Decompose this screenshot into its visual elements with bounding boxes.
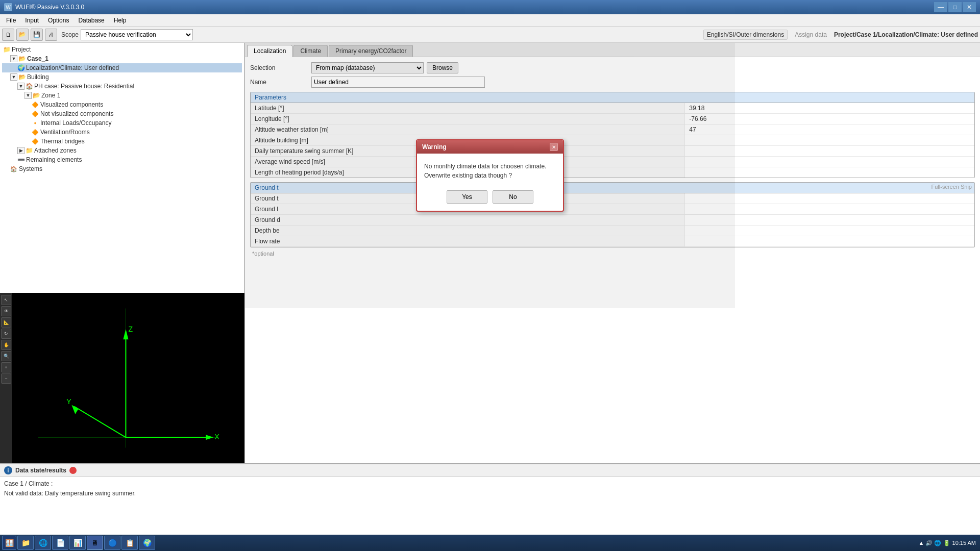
viewport-3d: ↖ 👁 📐 ↻ ✋ 🔍 + − Z [0,293,244,463]
title-bar-left: W WUFI® Passive V.3.0.3.0 [4,3,84,11]
taskbar-start[interactable]: 🪟 [2,536,16,550]
menu-input[interactable]: Input [21,16,43,25]
building-expand[interactable]: ▼ [10,73,17,81]
dialog-close-button[interactable]: ✕ [550,143,558,151]
phcase-expand[interactable]: ▼ [17,83,24,90]
taskbar-app-6[interactable]: 📋 [121,536,138,550]
toolbar-scope: Scope Passive house verification [61,29,193,40]
svg-text:Z: Z [129,325,133,333]
taskbar-app-3[interactable]: 📊 [69,536,86,550]
menu-file[interactable]: File [2,16,20,25]
bottom-title: Data state/results [15,467,66,474]
phcase-icon: 🏠 [26,83,33,90]
taskbar-app-0[interactable]: 📁 [17,536,34,550]
svg-text:X: X [214,433,219,441]
zone1-expand[interactable]: ▼ [24,92,32,99]
systems-icon: 🏠 [10,165,17,172]
dialog-overlay: Warning ✕ No monthly climate data for ch… [245,43,735,308]
internal-loads-icon: 🔸 [32,119,39,127]
dialog-yes-button[interactable]: Yes [447,190,487,204]
taskbar-right: ▲ 🔊 🌐 🔋 10:15 AM [918,540,978,546]
tree-vis-comp-label: Visualized components [40,101,103,108]
bottom-panel: i Data state/results Case 1 / Climate : … [0,463,980,535]
dialog-title-bar: Warning ✕ [417,140,563,154]
status-indicator [69,467,77,474]
dialog-no-button[interactable]: No [493,190,533,204]
dialog-body: No monthly climate data for choosen clim… [417,154,563,186]
tool-plus[interactable]: + [1,362,11,372]
tree-panel: 📁 Project ▼ 📂 Case_1 🌍 Localization/Clim… [0,43,244,293]
warning-dialog: Warning ✕ No monthly climate data for ch… [416,139,564,212]
bottom-header: i Data state/results [0,464,980,477]
tool-zoom[interactable]: 🔍 [1,351,11,361]
taskbar-icons: ▲ 🔊 🌐 🔋 [918,540,950,546]
toolbar: 🗋 📂 💾 🖨 Scope Passive house verification… [0,27,980,43]
attached-zones-icon: 📁 [26,147,33,154]
tree-internal-loads[interactable]: 🔸 Internal Loads/Occupancy [2,118,242,128]
tree-notvis-comp-label: Not visualized components [40,110,113,117]
status-line2: Not valid data: Daily temperature swing … [4,489,976,498]
tree-systems-label: Systems [19,165,42,172]
menu-help[interactable]: Help [110,16,131,25]
print-button[interactable]: 🖨 [45,29,57,41]
taskbar-app-2[interactable]: 📄 [52,536,68,550]
taskbar-app-7[interactable]: 🌍 [139,536,155,550]
tool-rotate[interactable]: ↻ [1,329,11,339]
tree-case1-label: Case_1 [27,55,48,62]
tool-view[interactable]: 👁 [1,306,11,316]
axis-canvas: Z Y X [12,293,244,463]
status-line1: Case 1 / Climate : [4,479,976,489]
minimize-button[interactable]: — [934,2,947,12]
tree-ventilation[interactable]: 🔶 Ventilation/Rooms [2,128,242,137]
tree-ventilation-label: Ventilation/Rooms [40,129,90,136]
save-button[interactable]: 💾 [31,29,43,41]
close-button[interactable]: ✕ [963,2,976,12]
toolbar-right: English/SI/Outer dimensions Assign data … [703,30,978,40]
ventilation-icon: 🔶 [32,129,39,136]
tree-localization[interactable]: 🌍 Localization/Climate: User defined [2,63,242,72]
attached-zones-expand[interactable]: ▶ [17,147,24,154]
thermal-bridges-icon: 🔶 [32,138,39,145]
building-folder-icon: 📂 [18,73,26,81]
tree-building-folder[interactable]: ▼ 📂 Building [2,72,242,82]
breadcrumb-path: Project/Case 1/Localization/Climate: Use… [834,31,978,38]
tree-building-label: Building [27,73,49,81]
tool-pan[interactable]: ✋ [1,340,11,350]
axis-svg: Z Y X [12,293,244,463]
tree-root[interactable]: 📁 Project [2,45,242,54]
project-icon: 📁 [3,46,10,53]
tree-attached-zones[interactable]: ▶ 📁 Attached zones [2,146,242,155]
vis-comp-icon: 🔶 [32,101,39,108]
language-selector[interactable]: English/SI/Outer dimensions [703,30,788,40]
case1-expand[interactable]: ▼ [10,55,17,62]
taskbar-app-4[interactable]: 🖥 [87,536,103,550]
new-button[interactable]: 🗋 [2,29,14,41]
tree-case1[interactable]: ▼ 📂 Case_1 [2,54,242,63]
maximize-button[interactable]: □ [948,2,962,12]
tree-zone1[interactable]: ▼ 📂 Zone 1 [2,91,242,100]
tool-minus[interactable]: − [1,373,11,384]
menu-database[interactable]: Database [74,16,108,25]
scope-label: Scope [61,31,79,38]
menu-options[interactable]: Options [44,16,73,25]
scope-select[interactable]: Passive house verification [81,29,193,40]
title-bar-controls: — □ ✕ [934,2,976,12]
taskbar-app-1[interactable]: 🌐 [35,536,51,550]
taskbar-app-5[interactable]: 🔵 [104,536,120,550]
data-state-icon: i [4,466,12,474]
tree-vis-comp[interactable]: 🔶 Visualized components [2,100,242,109]
tree-zone1-label: Zone 1 [41,92,60,99]
tree-notvis-comp[interactable]: 🔶 Not visualized components [2,109,242,118]
tool-select[interactable]: ↖ [1,295,11,305]
app-title: WUFI® Passive V.3.0.3.0 [15,4,84,11]
svg-text:Y: Y [66,397,71,406]
open-button[interactable]: 📂 [16,29,29,41]
tree-phcase[interactable]: ▼ 🏠 PH case: Passive house: Residential [2,82,242,91]
tree-thermal-bridges[interactable]: 🔶 Thermal bridges [2,137,242,146]
tool-measure[interactable]: 📐 [1,317,11,328]
app-icon: W [4,3,12,11]
tree-remaining[interactable]: ➖ Remaining elements [2,155,242,164]
tree-attached-zones-label: Attached zones [34,147,77,154]
tree-systems[interactable]: 🏠 Systems [2,164,242,173]
left-panel: 📁 Project ▼ 📂 Case_1 🌍 Localization/Clim… [0,43,245,463]
